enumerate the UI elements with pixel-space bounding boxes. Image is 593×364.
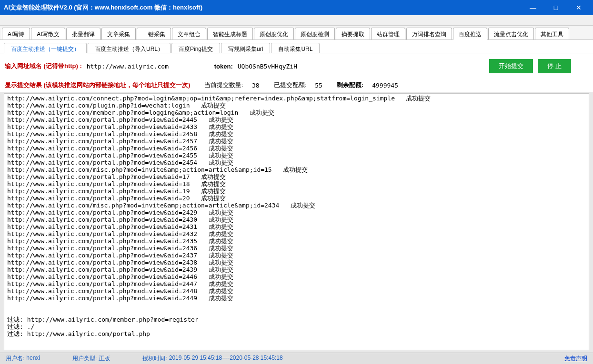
submitted-quota-label: 已提交配额:: [274, 81, 307, 89]
username-value: henxi: [26, 354, 40, 363]
disclaimer-link[interactable]: 免责声明: [564, 354, 587, 363]
token-label: token:: [214, 63, 233, 70]
main-tab-0[interactable]: AI写诗: [2, 28, 30, 39]
stats-row: 显示提交结果 (该模块推送网站内部链接地址，每个地址只提交一次) 当前提交数量:…: [0, 79, 593, 92]
main-tab-10[interactable]: 站群管理: [371, 28, 405, 39]
username-label: 用户名:: [6, 354, 24, 363]
current-count-value: 38: [252, 82, 260, 89]
maximize-button[interactable]: □: [545, 3, 566, 12]
log-output[interactable]: http://www.ailyric.com/connect.php?mod=l…: [4, 93, 589, 350]
main-tab-9[interactable]: 摘要提取: [336, 28, 370, 39]
app-title: AI文章智能处理软件V2.0 (官网：www.henxisoft.com 微信：…: [4, 3, 202, 12]
main-tab-2[interactable]: 批量翻译: [66, 28, 101, 39]
usertype-label: 用户类型:: [72, 354, 97, 363]
main-tab-3[interactable]: 文章采集: [101, 28, 136, 39]
sub-tab-4[interactable]: 自动采集URL: [271, 43, 320, 53]
main-tab-5[interactable]: 文章组合: [172, 28, 206, 39]
token-value: UQbOSnB5vHHqyZiH: [238, 63, 297, 70]
main-tab-6[interactable]: 智能生成标题: [207, 28, 253, 39]
main-tab-12[interactable]: 百度推送: [453, 28, 487, 40]
url-input[interactable]: [85, 62, 180, 71]
remain-quota-label: 剩余配额:: [337, 81, 363, 89]
main-tab-11[interactable]: 万词排名查询: [406, 28, 452, 39]
input-form: 输入网址域名 (记得带http) : token: UQbOSnB5vHHqyZ…: [0, 53, 593, 79]
main-tab-1[interactable]: AI写散文: [31, 28, 65, 39]
stop-button[interactable]: 停 止: [538, 59, 571, 73]
sub-tab-0[interactable]: 百度主动推送（一键提交）: [4, 43, 87, 53]
main-tab-7[interactable]: 原创度优化: [254, 28, 294, 39]
auth-label: 授权时间:: [142, 354, 167, 363]
main-tab-8[interactable]: 原创度检测: [295, 28, 335, 39]
close-button[interactable]: ✕: [568, 3, 589, 12]
remain-quota-value: 4999945: [372, 82, 398, 89]
current-count-label: 当前提交数量:: [204, 81, 243, 89]
sub-tab-1[interactable]: 百度主动推送（导入URL）: [88, 43, 171, 53]
result-label: 显示提交结果 (该模块推送网站内部链接地址，每个地址只提交一次): [5, 81, 190, 89]
auth-value: 2019-05-29 15:45:18----2020-05-28 15:45:…: [169, 354, 283, 363]
main-tabs: AI写诗AI写散文批量翻译文章采集一键采集文章组合智能生成标题原创度优化原创度检…: [0, 26, 593, 40]
main-tab-13[interactable]: 流量点击优化: [488, 28, 534, 39]
url-label: 输入网址域名 (记得带http) :: [5, 62, 82, 70]
submitted-quota-value: 55: [315, 82, 322, 89]
statusbar: 用户名: henxi 用户类型: 正版 授权时间: 2019-05-29 15:…: [0, 353, 593, 364]
sub-tab-3[interactable]: 写规则采集url: [221, 43, 270, 53]
sub-tab-2[interactable]: 百度Ping提交: [171, 43, 220, 53]
start-submit-button[interactable]: 开始提交: [489, 59, 533, 73]
main-tab-4[interactable]: 一键采集: [137, 28, 171, 39]
minimize-button[interactable]: —: [523, 3, 543, 12]
sub-tabs: 百度主动推送（一键提交）百度主动推送（导入URL）百度Ping提交写规则采集ur…: [0, 40, 593, 53]
usertype-value: 正版: [99, 354, 110, 363]
main-tab-14[interactable]: 其他工具: [535, 28, 569, 39]
menubar: [0, 15, 593, 26]
titlebar: AI文章智能处理软件V2.0 (官网：www.henxisoft.com 微信：…: [0, 0, 593, 15]
